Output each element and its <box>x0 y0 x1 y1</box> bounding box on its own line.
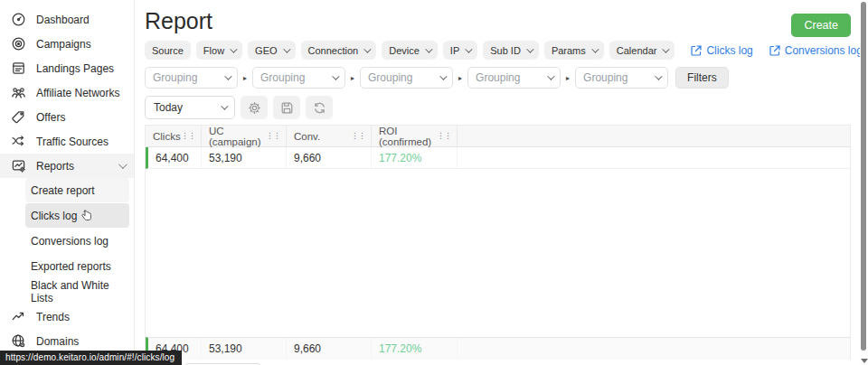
chip-label: IP <box>450 45 459 56</box>
chevron-down-icon <box>118 160 127 169</box>
sidebar-item-campaigns[interactable]: Campaigns <box>0 32 134 56</box>
grouping-select-5[interactable]: Grouping <box>575 67 668 89</box>
sidebar-item-dashboard[interactable]: Dashboard <box>0 7 134 32</box>
drag-handle-icon[interactable]: ⋮⋮ <box>266 132 280 140</box>
chevron-down-icon <box>439 72 447 80</box>
sidebar-item-affiliate-networks[interactable]: Affiliate Networks <box>0 80 134 105</box>
column-header-conv[interactable]: Conv. ⋮⋮ <box>287 126 372 146</box>
refresh-icon <box>313 101 326 115</box>
grouping-select-1[interactable]: Grouping <box>145 67 238 89</box>
external-link-icon <box>691 45 702 56</box>
sidebar-item-create-report[interactable]: Create report <box>25 178 129 202</box>
sidebar-item-label: Reports <box>36 160 74 173</box>
sidebar-item-label: Offers <box>36 111 65 124</box>
filter-chip-flow[interactable]: Flow <box>196 41 242 60</box>
column-header-uc-campaign[interactable]: UC (campaign) ⋮⋮ <box>202 126 287 146</box>
grouping-separator: ▸ <box>351 74 354 82</box>
refresh-button[interactable] <box>306 96 333 119</box>
gear-icon <box>248 101 261 115</box>
chip-label: Flow <box>203 45 224 56</box>
sidebar-item-reports[interactable]: Reports <box>0 154 134 178</box>
traffic-sources-icon <box>11 134 26 149</box>
hand-cursor-icon <box>80 209 93 222</box>
sidebar-item-black-white-lists[interactable]: Black and White Lists <box>25 279 129 304</box>
chip-label: Params <box>552 45 586 56</box>
chevron-down-icon <box>224 72 231 80</box>
trends-icon <box>11 309 26 324</box>
save-report-button[interactable] <box>273 96 300 119</box>
chip-label: Connection <box>308 45 359 56</box>
create-button[interactable]: Create <box>791 14 851 37</box>
grouping-select-2[interactable]: Grouping <box>252 67 345 89</box>
affiliate-networks-icon <box>11 85 26 100</box>
grouping-select-4[interactable]: Grouping <box>467 67 561 89</box>
drag-handle-icon[interactable]: ⋮⋮ <box>181 132 195 140</box>
table-row[interactable]: 64,400 53,190 9,660 177.20% <box>146 147 850 169</box>
main-content: Report Create Source Flow GEO Connection… <box>136 0 861 365</box>
grouping-placeholder: Grouping <box>583 71 627 84</box>
sidebar-item-label: Trends <box>36 311 70 323</box>
vertical-scrollbar[interactable] <box>860 0 868 365</box>
filter-chip-connection[interactable]: Connection <box>301 41 377 60</box>
status-bar-url: https://demo.keitaro.io/admin/#!/clicks/… <box>0 351 182 365</box>
sidebar-item-clicks-log[interactable]: Clicks log <box>25 203 129 228</box>
total-roi-confirmed: 177.20% <box>372 338 458 360</box>
chip-label: GEO <box>255 45 277 56</box>
sidebar-item-domains[interactable]: Domains <box>0 329 134 353</box>
column-header-clicks[interactable]: Clicks ⋮⋮ <box>146 126 202 146</box>
dashboard-icon <box>11 12 26 27</box>
drag-handle-icon[interactable]: ⋮⋮ <box>351 132 365 140</box>
chip-label: Calendar <box>617 45 657 56</box>
total-conv: 9,660 <box>287 338 372 360</box>
report-table: Clicks ⋮⋮ UC (campaign) ⋮⋮ Conv. ⋮⋮ ROI … <box>145 125 851 360</box>
grouping-placeholder: Grouping <box>153 71 197 84</box>
chevron-down-icon <box>663 45 670 52</box>
sidebar-item-label: Campaigns <box>36 38 91 51</box>
grouping-select-3[interactable]: Grouping <box>360 67 453 89</box>
chevron-down-icon <box>283 45 290 52</box>
sidebar-item-trends[interactable]: Trends <box>0 304 134 329</box>
settings-button[interactable] <box>241 96 268 119</box>
column-header-spacer <box>458 126 850 146</box>
filter-chip-geo[interactable]: GEO <box>248 41 295 60</box>
sidebar-item-landings-pages[interactable]: Landings Pages <box>0 56 134 80</box>
clicks-log-link[interactable]: Clicks log <box>691 44 752 57</box>
filter-chip-device[interactable]: Device <box>382 41 438 60</box>
cell-conv: 9,660 <box>287 147 372 168</box>
filter-chip-ip[interactable]: IP <box>443 41 477 60</box>
column-label: Clicks <box>153 131 181 142</box>
sidebar: Dashboard Campaigns Landings Pages Affil… <box>0 0 135 365</box>
table-header: Clicks ⋮⋮ UC (campaign) ⋮⋮ Conv. ⋮⋮ ROI … <box>146 126 850 147</box>
grouping-placeholder: Grouping <box>260 71 305 84</box>
scrollbar-thumb[interactable] <box>861 2 866 351</box>
sidebar-item-label: Affiliate Networks <box>36 87 119 99</box>
chevron-down-icon <box>363 45 371 52</box>
sidebar-item-offers[interactable]: Offers <box>0 105 134 129</box>
chevron-down-icon <box>526 45 533 52</box>
filters-button[interactable]: Filters <box>675 67 729 89</box>
link-label: Clicks log <box>706 44 752 57</box>
offers-icon <box>11 109 26 125</box>
column-header-roi-confirmed[interactable]: ROI (confirmed) ⋮⋮ <box>372 126 458 146</box>
cell-spacer <box>458 147 850 168</box>
cell-roi-confirmed: 177.20% <box>372 147 458 168</box>
reports-icon <box>11 158 26 173</box>
filter-chip-calendar[interactable]: Calendar <box>609 41 675 60</box>
scrollbar-down-arrow[interactable] <box>861 359 868 363</box>
sidebar-item-traffic-sources[interactable]: Traffic Sources <box>0 129 134 154</box>
grouping-separator: ▸ <box>566 74 570 82</box>
sidebar-item-conversions-log[interactable]: Conversions log <box>25 229 129 253</box>
landings-pages-icon <box>11 61 26 76</box>
filter-chip-sub-id[interactable]: Sub ID <box>483 41 539 60</box>
grouping-separator: ▸ <box>243 74 247 82</box>
sidebar-item-exported-reports[interactable]: Exported reports <box>25 254 129 278</box>
cell-clicks: 64,400 <box>148 147 202 168</box>
filter-chip-source[interactable]: Source <box>145 41 191 60</box>
filter-chips-row: Source Flow GEO Connection Device IP Sub… <box>145 41 861 60</box>
grouping-placeholder: Grouping <box>368 71 412 84</box>
filter-chip-params[interactable]: Params <box>544 41 604 60</box>
date-range-select[interactable]: Today <box>145 96 235 119</box>
drag-handle-icon[interactable]: ⋮⋮ <box>437 132 451 140</box>
conversions-log-link[interactable]: Conversions log <box>769 44 863 57</box>
cell-uc-campaign: 53,190 <box>202 147 287 168</box>
